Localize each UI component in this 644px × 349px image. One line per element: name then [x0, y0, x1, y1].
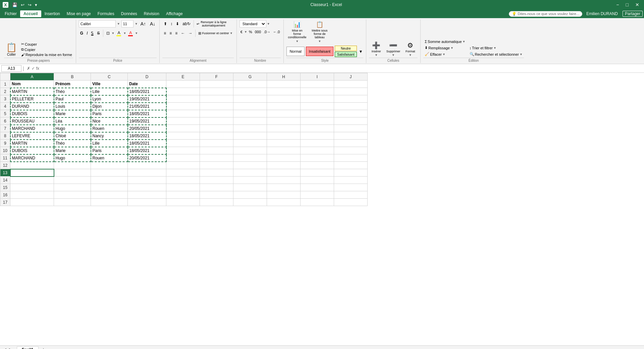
cell-d4[interactable]: 21/05/2021 — [128, 103, 166, 110]
cell-j9[interactable] — [334, 140, 368, 147]
cell-c7[interactable]: Rouen — [91, 125, 128, 132]
cell-g12[interactable] — [233, 162, 267, 169]
cell-e9[interactable] — [166, 140, 200, 147]
cell-i10[interactable] — [301, 147, 334, 154]
customize-qa-icon[interactable]: ▾ — [34, 2, 38, 8]
cell-a8[interactable]: LEFEVRE — [10, 132, 54, 140]
row-header-5[interactable]: 5 — [0, 110, 10, 117]
decrease-decimal-button[interactable]: ←.0 — [272, 30, 281, 34]
cell-g5[interactable] — [233, 110, 267, 117]
cell-j16[interactable] — [334, 191, 368, 199]
confirm-formula-icon[interactable]: ✓ — [32, 66, 35, 71]
row-header-2[interactable]: 2 — [0, 88, 10, 95]
cell-h12[interactable] — [267, 162, 301, 169]
cell-h16[interactable] — [267, 191, 301, 199]
cell-g2[interactable] — [233, 88, 267, 95]
cell-b7[interactable]: Hugo — [54, 125, 91, 132]
percent-button[interactable]: % — [248, 30, 253, 34]
decrease-indent-button[interactable]: ← — [179, 30, 186, 37]
cell-c11[interactable]: Rouen — [91, 154, 128, 162]
cell-a12[interactable] — [10, 162, 54, 169]
row-header-15[interactable]: 15 — [0, 184, 10, 191]
cell-c3[interactable]: Lyon — [91, 95, 128, 103]
cell-a17[interactable] — [10, 199, 54, 206]
cell-f1[interactable] — [200, 81, 233, 88]
col-header-i[interactable]: I — [301, 73, 334, 81]
mettre-sous-forme-button[interactable]: 📋 Mettre sous forme de tableau ▼ — [309, 20, 330, 44]
cell-c9[interactable]: Lille — [91, 140, 128, 147]
menu-formules[interactable]: Formules — [94, 10, 118, 17]
inserer-button[interactable]: ➕ Insérer ▼ — [369, 41, 384, 57]
close-button[interactable]: ✕ — [633, 1, 641, 8]
number-format-select[interactable]: Standard — [239, 20, 266, 28]
sheet-tab-feuil1[interactable]: Feuil1 — [17, 346, 39, 349]
cell-d5[interactable]: 18/05/2021 — [128, 110, 166, 117]
cell-h2[interactable] — [267, 88, 301, 95]
cell-b13[interactable] — [54, 169, 91, 177]
col-header-h[interactable]: H — [267, 73, 301, 81]
couper-button[interactable]: ✂ Couper — [20, 42, 73, 47]
row-header-4[interactable]: 4 — [0, 103, 10, 110]
save-icon[interactable]: 💾 — [11, 2, 18, 8]
cell-g13[interactable] — [233, 169, 267, 177]
cell-a9[interactable]: MARTIN — [10, 140, 54, 147]
effacer-dropdown-icon[interactable]: ▼ — [442, 53, 445, 56]
currency-dropdown-icon[interactable]: ▼ — [244, 30, 247, 34]
merge-dropdown-icon[interactable]: ▼ — [230, 32, 233, 35]
row-header-8[interactable]: 8 — [0, 132, 10, 140]
row-header-9[interactable]: 9 — [0, 140, 10, 147]
increase-decimal-button[interactable]: .0→ — [263, 30, 271, 34]
cell-g11[interactable] — [233, 154, 267, 162]
cancel-formula-icon[interactable]: ✗ — [27, 66, 30, 71]
redo-icon[interactable]: ↪ — [27, 2, 33, 8]
cell-d2[interactable]: 18/05/2021 — [128, 88, 166, 95]
name-box[interactable] — [1, 65, 21, 72]
cell-i2[interactable] — [301, 88, 334, 95]
menu-affichage[interactable]: Affichage — [163, 10, 186, 17]
col-header-b[interactable]: B — [54, 73, 91, 81]
cell-a15[interactable] — [10, 184, 54, 191]
border-button[interactable]: ⊡ — [105, 30, 111, 37]
cell-i14[interactable] — [301, 177, 334, 184]
cell-f13[interactable] — [200, 169, 233, 177]
font-color-button[interactable]: A — [127, 30, 134, 37]
cell-b10[interactable]: Marie — [54, 147, 91, 154]
cell-c4[interactable]: Dijon — [91, 103, 128, 110]
currency-button[interactable]: € — [239, 30, 244, 34]
cell-a1[interactable]: Nom — [10, 81, 54, 88]
cell-a13[interactable] — [10, 169, 54, 177]
cell-j1[interactable] — [334, 81, 368, 88]
share-button[interactable]: Partager — [623, 11, 643, 17]
cell-j11[interactable] — [334, 154, 368, 162]
cell-b14[interactable] — [54, 177, 91, 184]
row-header-7[interactable]: 7 — [0, 125, 10, 132]
cell-i13[interactable] — [301, 169, 334, 177]
cell-e6[interactable] — [166, 117, 200, 125]
cell-g8[interactable] — [233, 132, 267, 140]
cell-h14[interactable] — [267, 177, 301, 184]
cell-c1[interactable]: Ville — [91, 81, 128, 88]
row-header-12[interactable]: 12 — [0, 162, 10, 169]
cell-j8[interactable] — [334, 132, 368, 140]
menu-mise-en-page[interactable]: Mise en page — [63, 10, 94, 17]
cell-b3[interactable]: Paul — [54, 95, 91, 103]
align-middle-button[interactable]: ↕ — [169, 20, 174, 28]
cell-j2[interactable] — [334, 88, 368, 95]
cell-d16[interactable] — [128, 191, 166, 199]
menu-accueil[interactable]: Accueil — [20, 10, 41, 17]
cell-b9[interactable]: Théo — [54, 140, 91, 147]
trier-dropdown-icon[interactable]: ▼ — [493, 46, 496, 50]
cell-h7[interactable] — [267, 125, 301, 132]
row-header-11[interactable]: 11 — [0, 154, 10, 162]
menu-fichier[interactable]: Fichier — [1, 10, 20, 17]
cell-j13[interactable] — [334, 169, 368, 177]
cell-j10[interactable] — [334, 147, 368, 154]
cell-a16[interactable] — [10, 191, 54, 199]
align-top-button[interactable]: ⬆ — [162, 20, 168, 28]
font-name-dropdown-icon[interactable]: ▼ — [117, 22, 120, 26]
styles-more-button[interactable]: ▾ — [358, 48, 363, 55]
merge-center-button[interactable]: ⊞ Fusionner et centrer ▼ — [197, 31, 233, 36]
format-button[interactable]: ⚙ Format ▼ — [403, 41, 418, 57]
cell-j6[interactable] — [334, 117, 368, 125]
cell-e5[interactable] — [166, 110, 200, 117]
